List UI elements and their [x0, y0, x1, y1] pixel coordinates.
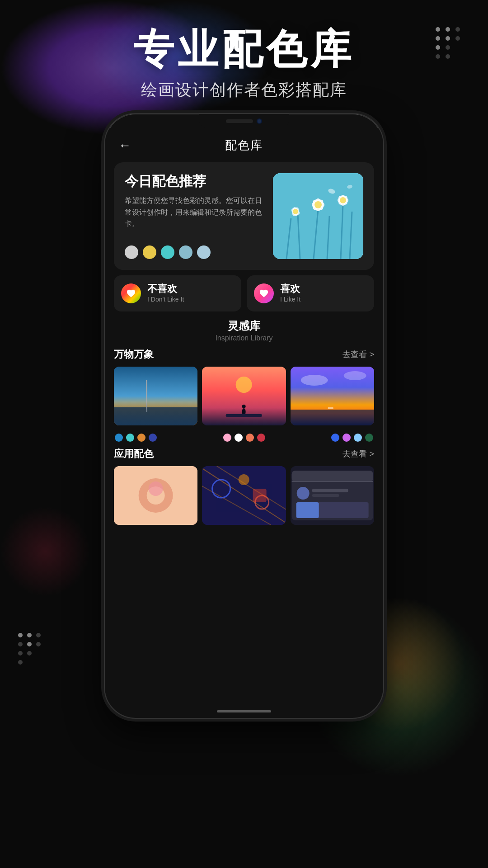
svg-rect-47 — [253, 489, 267, 502]
svg-rect-53 — [312, 489, 348, 492]
sub-title: 绘画设计创作者色彩搭配库 — [36, 79, 452, 101]
dislike-text-container: 不喜欢 I Don't Like It — [147, 284, 184, 303]
bg-blob-red — [0, 506, 90, 597]
svg-rect-35 — [328, 407, 333, 409]
dot — [455, 45, 460, 50]
svg-point-16 — [340, 197, 346, 203]
svg-point-32 — [300, 375, 328, 386]
svg-point-20 — [293, 209, 298, 214]
dot — [223, 434, 231, 442]
phone-frame: ← 配色库 今日配色推荐 希望能方便您寻找色彩的灵感。您可以在日常设计创作时，用… — [104, 113, 384, 719]
dot — [257, 434, 265, 442]
dot — [455, 36, 460, 41]
svg-rect-23 — [114, 367, 197, 425]
color-swatches — [125, 245, 266, 259]
dot — [126, 434, 134, 442]
dot — [27, 642, 32, 646]
like-label: 喜欢 — [280, 284, 300, 294]
dot — [246, 434, 254, 442]
app-color-image-grid — [114, 466, 374, 525]
dot — [36, 660, 41, 665]
dot — [115, 434, 123, 442]
svg-rect-24 — [114, 407, 197, 425]
dislike-sublabel: I Don't Like It — [147, 296, 184, 303]
svg-rect-30 — [226, 414, 262, 417]
phone-speaker — [226, 119, 253, 123]
dot — [27, 660, 32, 665]
svg-point-39 — [149, 481, 163, 496]
dot — [36, 642, 41, 646]
category-header-1: 万物万象 去查看 > — [114, 348, 374, 361]
like-icon — [254, 283, 274, 303]
image-2-dots — [222, 434, 266, 442]
dot — [365, 434, 373, 442]
category-1-dots-row — [114, 430, 374, 442]
dot — [18, 633, 23, 637]
see-more-2[interactable]: 去查看 > — [343, 448, 374, 459]
dislike-button[interactable]: 不喜欢 I Don't Like It — [114, 275, 241, 311]
color-card-title: 今日配色推荐 — [125, 173, 266, 189]
see-more-1[interactable]: 去查看 > — [343, 349, 374, 360]
image-1-dots — [114, 434, 158, 442]
header-area: 专业配色库 绘画设计创作者色彩搭配库 — [36, 27, 452, 101]
dot — [36, 651, 41, 656]
flower-illustration — [273, 173, 363, 259]
color-card-description: 希望能方便您寻找色彩的灵感。您可以在日常设计创作时，用来编辑和记录所需要的色卡。 — [125, 195, 266, 238]
dot — [27, 633, 32, 637]
svg-point-46 — [239, 474, 249, 485]
dots-decoration-bottom-left — [18, 633, 41, 665]
app-color-image-1 — [114, 466, 197, 525]
svg-rect-51 — [291, 481, 373, 482]
dot — [18, 651, 23, 656]
app-header-title: 配色库 — [225, 137, 263, 153]
phone-camera — [257, 118, 262, 124]
dot — [36, 633, 41, 637]
svg-rect-50 — [291, 471, 373, 482]
category-header-2: 应用配色 去查看 > — [114, 447, 374, 461]
landscape-image-grid — [114, 367, 374, 425]
action-row: 不喜欢 I Don't Like It 喜欢 I Like It — [114, 275, 374, 311]
dislike-label: 不喜欢 — [147, 284, 184, 294]
svg-point-52 — [296, 487, 309, 500]
svg-rect-54 — [312, 494, 339, 497]
color-card-left: 今日配色推荐 希望能方便您寻找色彩的灵感。您可以在日常设计创作时，用来编辑和记录… — [125, 173, 266, 259]
dot — [331, 434, 339, 442]
dot — [27, 651, 32, 656]
app-color-image-2 — [202, 466, 286, 525]
phone-home-indicator — [217, 710, 271, 712]
category-name-2: 应用配色 — [114, 447, 154, 461]
image-3-dots — [330, 434, 374, 442]
dot — [354, 434, 362, 442]
color-card-image — [273, 173, 363, 259]
dot — [18, 660, 23, 665]
phone-wrapper: ← 配色库 今日配色推荐 希望能方便您寻找色彩的灵感。您可以在日常设计创作时，用… — [104, 113, 384, 719]
swatch-2 — [143, 245, 156, 259]
like-sublabel: I Like It — [280, 296, 300, 303]
landscape-image-1 — [114, 367, 197, 425]
category-name-1: 万物万象 — [114, 348, 154, 361]
svg-rect-56 — [296, 502, 319, 518]
app-color-image-3 — [291, 466, 374, 525]
inspiration-title-en: Inspiration Library — [114, 334, 374, 342]
swatch-4 — [179, 245, 192, 259]
dot — [343, 434, 351, 442]
like-button[interactable]: 喜欢 I Like It — [247, 275, 374, 311]
main-title: 专业配色库 — [36, 27, 452, 72]
color-card: 今日配色推荐 希望能方便您寻找色彩的灵感。您可以在日常设计创作时，用来编辑和记录… — [114, 162, 374, 270]
landscape-image-3 — [291, 367, 374, 425]
dislike-icon — [121, 283, 141, 303]
dot — [149, 434, 157, 442]
dot — [455, 27, 460, 32]
inspiration-title-cn: 灵感库 — [114, 319, 374, 333]
dot — [235, 434, 243, 442]
inspiration-section-header: 灵感库 Inspiration Library — [114, 319, 374, 342]
phone-notch — [199, 114, 289, 128]
like-text-container: 喜欢 I Like It — [280, 284, 300, 303]
category-wanwu: 万物万象 去查看 > — [114, 348, 374, 442]
phone-screen: ← 配色库 今日配色推荐 希望能方便您寻找色彩的灵感。您可以在日常设计创作时，用… — [105, 128, 383, 718]
back-button[interactable]: ← — [118, 138, 131, 153]
dot — [455, 54, 460, 59]
svg-point-33 — [343, 371, 366, 380]
swatch-5 — [197, 245, 211, 259]
svg-point-27 — [236, 377, 252, 393]
